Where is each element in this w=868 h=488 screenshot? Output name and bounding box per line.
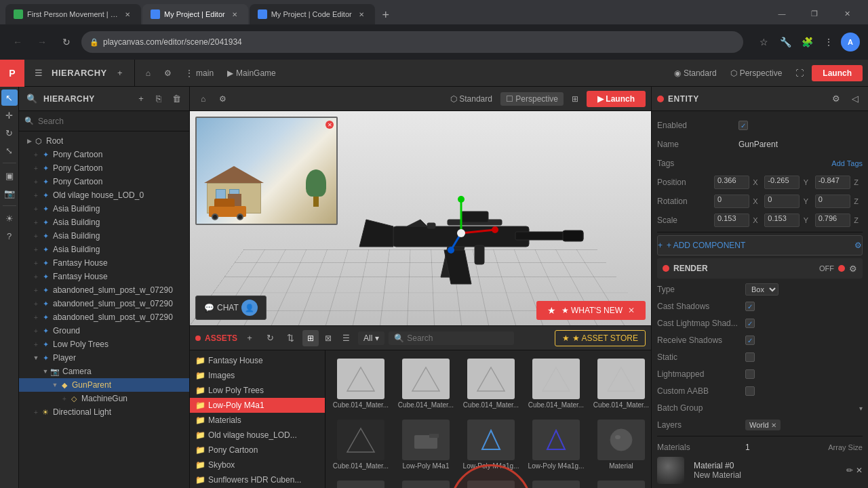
bookmark-button[interactable]: ☆	[754, 33, 773, 52]
asset-item-1[interactable]: Cube.014_Mater...	[331, 356, 391, 411]
asset-item-13[interactable]: RRCG 人人素材 RRCG	[461, 478, 521, 488]
add-component-button[interactable]: + + ADD COMPONENT ⚙	[657, 235, 863, 256]
add-entity-button[interactable]: +	[111, 64, 129, 82]
ext-icon-2[interactable]: 🧩	[797, 33, 816, 52]
home-scene-button[interactable]: ⌂	[140, 66, 156, 81]
maximize-button[interactable]: ❐	[799, 3, 830, 24]
rotation-x-value[interactable]: 0	[714, 195, 749, 208]
tree-item-slum3[interactable]: + ✦ abandoned_slum_post_w_07290	[19, 310, 189, 324]
standard-view-button[interactable]: ◉ Standard	[669, 66, 722, 81]
tree-item-root[interactable]: ▶ ⬡ Root	[19, 134, 189, 148]
assets-search-input[interactable]	[407, 333, 509, 343]
asset-folder-sunflowers[interactable]: 📁 Sunflowers HDR Cuben...	[190, 472, 325, 487]
tree-item-camera[interactable]: ▼ 📷 Camera	[19, 365, 189, 378]
select-tool[interactable]: ↖	[1, 89, 18, 106]
camera-tool[interactable]: 📷	[1, 185, 18, 201]
render-component-header[interactable]: RENDER OFF ⚙	[657, 258, 863, 279]
position-x-value[interactable]: 0.366	[714, 176, 749, 189]
add-entity-btn[interactable]: +	[134, 92, 149, 106]
asset-item-12[interactable]	[396, 478, 456, 488]
tree-item-pony3[interactable]: + ✦ Pony Cartoon	[19, 175, 189, 188]
asset-item-5[interactable]: Cube.014_Mater...	[591, 356, 651, 411]
asset-item-14[interactable]	[526, 478, 586, 488]
perspective-view-button[interactable]: ⬡ Perspective	[725, 66, 788, 81]
asset-folder-lowpoly-m4a1[interactable]: 📁 Low-Poly M4a1	[190, 398, 325, 413]
tree-item-slum2[interactable]: + ✦ abandoned_slum_post_w_07290	[19, 297, 189, 310]
forward-button[interactable]: →	[33, 33, 52, 52]
tree-item-fantasy1[interactable]: + ✦ Fantasy House	[19, 256, 189, 270]
tab-code-editor[interactable]: My Project | Code Editor ✕	[250, 4, 375, 24]
asset-folder-fantasy-house[interactable]: 📁 Fantasy House	[190, 353, 325, 368]
back-button[interactable]: ←	[8, 33, 27, 52]
asset-item-7[interactable]: Low-Poly M4a1	[396, 417, 456, 472]
whats-new-banner[interactable]: ★ ★ WHAT'S NEW ✕	[536, 301, 646, 320]
tree-item-asia2[interactable]: + ✦ Asia Building	[19, 216, 189, 229]
perspective-btn[interactable]: ☐ Perspective	[500, 92, 564, 106]
entity-collapse-btn[interactable]: ◁	[848, 92, 863, 106]
close-button[interactable]: ✕	[831, 3, 863, 24]
tree-item-pony1[interactable]: + ✦ Pony Cartoon	[19, 148, 189, 161]
tree-item-ground[interactable]: + ✦ Ground	[19, 324, 189, 338]
add-tags-button[interactable]: Add Tags	[831, 159, 863, 167]
scale-y-value[interactable]: 0.153	[764, 214, 800, 227]
refresh-assets-button[interactable]: ↻	[262, 330, 278, 346]
cast-shadows-checkbox[interactable]	[745, 302, 755, 311]
custom-aabb-checkbox[interactable]	[745, 386, 755, 396]
asset-item-2[interactable]: Cube.014_Mater...	[396, 356, 456, 411]
home-viewport-btn[interactable]: ⌂	[195, 92, 211, 106]
help-tool[interactable]: ?	[1, 228, 18, 244]
asset-item-11[interactable]	[331, 478, 391, 488]
viewport-canvas[interactable]: ✕ 💬 CHAT 👤 ★ ★ WHAT'S NEW ✕	[190, 111, 651, 325]
cast-lightmap-checkbox[interactable]	[745, 319, 755, 328]
launch-button[interactable]: Launch	[812, 65, 863, 81]
delete-entity-btn[interactable]: 🗑	[169, 92, 184, 106]
copy-entity-btn[interactable]: ⎘	[151, 92, 166, 106]
tree-item-player[interactable]: ▼ ✦ Player	[19, 351, 189, 365]
asset-folder-images[interactable]: 📁 Images	[190, 368, 325, 383]
preview-close[interactable]: ✕	[326, 121, 334, 129]
tree-item-machinegun[interactable]: + ◇ MachineGun	[19, 392, 189, 405]
tab-editor[interactable]: My Project | Editor ✕	[142, 4, 248, 24]
remove-material-btn[interactable]: ✕	[856, 466, 863, 475]
list-view-btn-large[interactable]: ⊠	[320, 330, 336, 346]
tree-item-asia1[interactable]: + ✦ Asia Building	[19, 202, 189, 216]
type-select[interactable]: Box	[745, 283, 778, 296]
asset-item-6[interactable]: Cube.014_Mater...	[331, 417, 391, 472]
static-checkbox[interactable]	[745, 352, 755, 362]
layers-tag-remove-btn[interactable]: ✕	[771, 422, 776, 429]
light-tool[interactable]: ☀	[1, 210, 18, 226]
filter-dropdown[interactable]: All ▾	[358, 331, 384, 345]
hierarchy-search-btn[interactable]: 🔍	[24, 92, 39, 106]
new-tab-button[interactable]: +	[376, 5, 395, 24]
position-y-value[interactable]: -0.265	[764, 176, 800, 189]
main-scene-button[interactable]: ⋮ main	[180, 66, 219, 81]
scale-x-value[interactable]: 0.153	[714, 214, 749, 227]
settings-button[interactable]: ⚙	[159, 66, 177, 81]
profile-button[interactable]: A	[841, 33, 860, 52]
list-view-btn[interactable]: ☰	[338, 330, 354, 346]
grid-view-btn[interactable]: ⊞	[302, 330, 319, 346]
render-gear-icon[interactable]: ⚙	[849, 264, 857, 274]
tab-close-3[interactable]: ✕	[356, 9, 367, 20]
rotation-y-value[interactable]: 0	[764, 195, 800, 208]
move-tool[interactable]: ✛	[1, 107, 18, 123]
tree-item-dirlight[interactable]: + ☀ Directional Light	[19, 405, 189, 419]
asset-folder-low-poly-trees[interactable]: 📁 Low Poly Trees	[190, 383, 325, 398]
tree-item-fantasy2[interactable]: + ✦ Fantasy House	[19, 270, 189, 283]
ext-icon-1[interactable]: 🔧	[776, 33, 795, 52]
tab-first-person[interactable]: First Person Movement | PlayC... ✕	[5, 4, 141, 24]
hierarchy-search-input[interactable]	[38, 117, 184, 126]
minimize-button[interactable]: —	[766, 3, 797, 24]
refresh-button[interactable]: ↻	[57, 33, 76, 52]
scale-z-value[interactable]: 0.796	[815, 214, 850, 227]
tree-item-vilage[interactable]: + ✦ Old vilage house_LOD_0	[19, 188, 189, 202]
scale-tool[interactable]: ⤡	[1, 142, 18, 159]
sort-assets-button[interactable]: ⇅	[282, 330, 298, 346]
add-asset-button[interactable]: +	[241, 330, 258, 346]
tab-close-1[interactable]: ✕	[122, 9, 133, 20]
new-material-button[interactable]: New Material	[694, 470, 741, 480]
edit-material-btn[interactable]: ✏	[846, 466, 853, 475]
menu-button[interactable]: ☰	[30, 64, 47, 82]
tree-item-gunparent[interactable]: ▼ ◆ GunParent	[19, 378, 189, 392]
asset-item-4[interactable]: Cube.014_Mater...	[526, 356, 586, 411]
